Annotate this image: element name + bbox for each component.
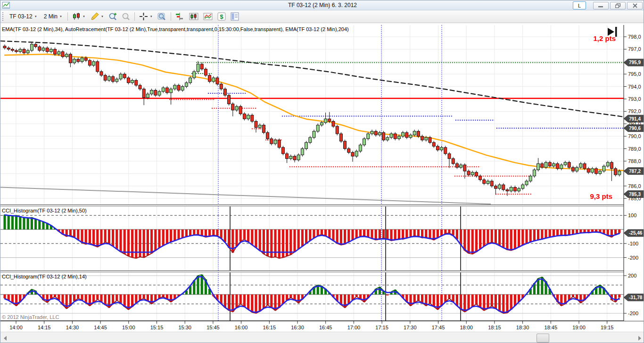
crosshair-icon [139, 12, 148, 21]
strategies-button[interactable]: $ [215, 11, 228, 22]
price-tick-label: 789,0 [628, 146, 641, 152]
time-tick-label: 14:30 [66, 325, 79, 330]
time-tick-label: 17:45 [432, 325, 445, 330]
time-tick-label: 14:00 [9, 325, 23, 330]
price-tick-label: 786,0 [628, 183, 641, 189]
time-tick-label: 16:30 [291, 325, 304, 330]
candlestick-icon [72, 12, 81, 21]
price-axis-tag: 795,9 [624, 59, 644, 66]
zoom-in-icon [108, 12, 117, 21]
time-tick-label: 15:30 [178, 325, 191, 330]
cci50-tick-label: 100 [628, 212, 636, 218]
time-tick-label: 15:45 [206, 325, 220, 330]
chevron-down-icon: ▼ [34, 15, 37, 18]
chevron-down-icon: ▼ [101, 15, 104, 18]
time-tick-label: 16:45 [319, 325, 332, 330]
bar-spacing-button[interactable] [173, 11, 187, 22]
instrument-label: TF 03-12 [9, 13, 33, 20]
time-tick-label: 19:00 [572, 325, 586, 330]
time-tick-label: 19:15 [601, 325, 614, 330]
bars-red-green-icon [175, 12, 184, 21]
interval-label: 2 Min [44, 13, 58, 20]
price-axis[interactable]: 798,0797,0795,0794,0793,0792,0791,0790,0… [624, 23, 644, 321]
zoom-in-button[interactable] [106, 11, 119, 22]
time-tick-label: 15:15 [150, 325, 164, 330]
svg-text:787,2: 787,2 [629, 169, 641, 174]
price-tick-label: 790,0 [628, 133, 641, 139]
price-tick-label: 795,0 [628, 71, 641, 77]
restore-button[interactable] [610, 2, 626, 9]
price-axis-tag: -31,78 [624, 294, 644, 301]
chevron-down-icon: ▼ [83, 15, 85, 18]
price-axis-tag: 791,4 [624, 115, 644, 122]
toolbar-separator [67, 12, 68, 21]
title-bar: TF 03-12 (2 Min) 6. 3. 2012 L [0, 0, 644, 10]
chevron-down-icon: ▼ [59, 15, 62, 18]
time-tick-label: 18:15 [488, 325, 501, 330]
svg-text:-25,46: -25,46 [629, 230, 643, 236]
price-tick-label: 794,0 [628, 84, 641, 90]
zoom-out-button[interactable] [119, 11, 132, 22]
time-tick-label: 14:15 [38, 325, 51, 330]
indicators-button[interactable] [201, 11, 215, 22]
properties-panel-icon [231, 12, 239, 21]
svg-text:795,9: 795,9 [629, 60, 641, 65]
time-tick-label: 17:30 [404, 325, 417, 330]
time-tick-label: 15:00 [122, 325, 135, 330]
price-axis-tag: -25,46 [624, 229, 644, 237]
price-axis-tag: 790,6 [624, 125, 644, 132]
chart-style-button[interactable]: ▼ [70, 11, 88, 22]
time-tick-label: 17:15 [375, 325, 388, 330]
drawing-tools-button[interactable]: ▼ [88, 11, 106, 22]
price-tick-label: 788,0 [628, 158, 641, 164]
time-tick-label: 18:30 [516, 325, 529, 330]
pencil-icon [90, 12, 99, 21]
interval-selector[interactable]: 2 Min ▼ [41, 12, 66, 21]
price-axis-tag: 785,3 [624, 190, 644, 197]
time-tick-label: 16:00 [235, 325, 248, 330]
instrument-selector[interactable]: TF 03-12 ▼ [6, 12, 41, 21]
price-tick-label: 797,0 [628, 46, 641, 52]
properties-button[interactable] [228, 11, 242, 22]
scroll-left-button[interactable] [1, 334, 9, 343]
time-tick-label: 14:45 [94, 325, 107, 330]
horizontal-scrollbar[interactable] [0, 332, 644, 343]
arrow-right-icon [638, 336, 641, 341]
toolbar-grip[interactable] [1, 12, 5, 21]
toolbar-separator [134, 12, 135, 21]
chart-trader-button[interactable] [187, 11, 201, 22]
time-tick-label: 18:45 [545, 325, 558, 330]
toolbar-separator [171, 12, 171, 21]
cci14-tick-label: 200 [628, 273, 636, 278]
candles-panel-icon [189, 12, 198, 21]
cursor-mode-button[interactable]: ▼ [137, 11, 155, 22]
link-button[interactable]: L [573, 1, 586, 9]
chevron-down-icon: ▼ [150, 15, 153, 18]
data-box-button[interactable] [155, 11, 169, 22]
price-tick-label: 798,0 [628, 34, 641, 40]
zoom-out-icon [122, 12, 130, 21]
price-tick-label: 792,0 [628, 108, 641, 114]
time-tick-label: 16:15 [263, 325, 276, 330]
toolbar: TF 03-12 ▼ 2 Min ▼ ▼ ▼ [0, 10, 644, 23]
minimize-button[interactable] [593, 2, 609, 9]
window-title: TF 03-12 (2 Min) 6. 3. 2012 [0, 2, 644, 8]
dollar-icon: $ [217, 12, 226, 21]
chart-canvas[interactable]: 798,0797,0795,0794,0793,0792,0791,0790,0… [0, 23, 644, 332]
price-tick-label: 793,0 [628, 96, 641, 102]
svg-text:785,3: 785,3 [629, 192, 641, 197]
time-tick-label: 17:00 [347, 325, 361, 330]
cci50-tick-label: -200 [628, 255, 638, 261]
indicator-lines-icon [203, 12, 213, 21]
svg-text:$: $ [220, 13, 223, 20]
cci14-tick-label: -200 [628, 310, 638, 316]
scrollbar-thumb[interactable] [537, 334, 549, 343]
svg-text:790,6: 790,6 [629, 126, 641, 131]
close-button[interactable] [627, 2, 643, 9]
price-axis-tag: 787,2 [624, 168, 644, 175]
arrow-left-icon [4, 336, 7, 341]
scroll-right-button[interactable] [636, 334, 644, 343]
svg-text:-31,78: -31,78 [629, 295, 643, 300]
svg-text:791,4: 791,4 [629, 116, 641, 122]
time-tick-label: 18:00 [460, 325, 473, 330]
